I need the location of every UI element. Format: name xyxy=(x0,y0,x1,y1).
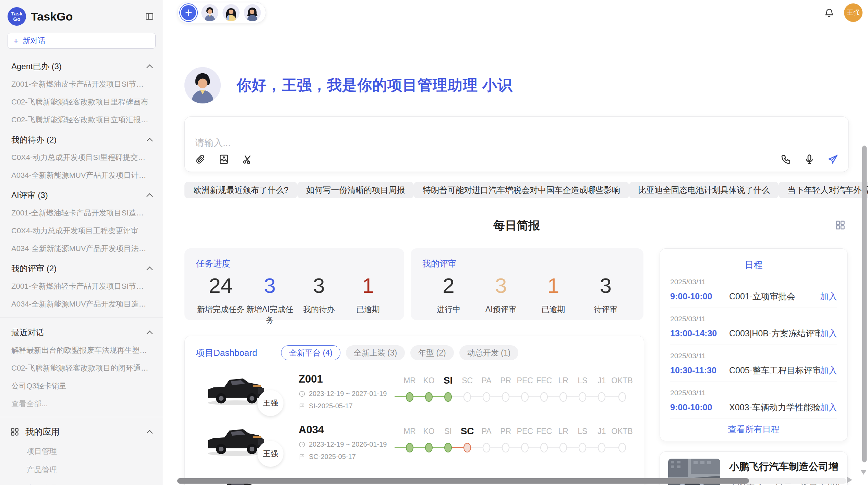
list-item[interactable]: A034-全新新能源MUV产品开发项目造型可行性评审 xyxy=(0,295,163,313)
list-item[interactable]: C02-飞腾新能源轻客改款项目立项汇报方案 xyxy=(0,111,163,129)
collapse-sidebar-icon[interactable] xyxy=(145,12,154,21)
milestone-node[interactable] xyxy=(579,443,586,452)
milestone-node[interactable] xyxy=(483,443,490,452)
divider xyxy=(0,417,163,417)
milestone-timeline: MR KO SI SC PA PR PEC FEC LR LS J1 OKTB xyxy=(400,420,633,462)
schedule-date: 2025/03/11 xyxy=(670,315,837,323)
dashboard-header: 项目Dashboard 全新平台 (4) 全新上装 (3) 年型 (2) 动总开… xyxy=(196,345,633,361)
project-dashboard-card: 项目Dashboard 全新平台 (4) 全新上装 (3) 年型 (2) 动总开… xyxy=(184,336,644,485)
tab-new-body[interactable]: 全新上装 (3) xyxy=(346,345,405,360)
project-flag: SI-2025-05-17 xyxy=(309,402,353,410)
user-avatar[interactable]: 王强 xyxy=(844,3,863,22)
send-icon[interactable] xyxy=(827,154,838,165)
milestone-node[interactable] xyxy=(406,392,413,402)
milestone-node[interactable] xyxy=(540,443,548,452)
suggestion-chip[interactable]: 比亚迪全固态电池计划具体说了什么 xyxy=(629,182,779,198)
project-row[interactable]: 王强 Z001 2023-12-19 ~ 2027-01-19 SI-2025-… xyxy=(196,369,633,411)
milestone-node[interactable] xyxy=(559,443,567,452)
suggestion-chip[interactable]: 如何写一份清晰的项目周报 xyxy=(297,182,414,198)
list-item[interactable]: C0X4-动力总成开发项目SI里程碑提交物检查 xyxy=(0,149,163,166)
list-item[interactable]: C02-飞腾新能源轻客改款项目里程碑画布 xyxy=(0,93,163,111)
tab-year-model[interactable]: 年型 (2) xyxy=(410,345,454,360)
suggestion-chip[interactable]: 特朗普可能对进口汽车增税会对中国车企造成哪些影响 xyxy=(414,182,629,198)
phone-icon[interactable] xyxy=(781,154,792,165)
scroll-right-arrow-icon[interactable] xyxy=(847,477,852,483)
avatar[interactable] xyxy=(244,4,261,21)
list-item[interactable]: 公司Q3轻卡销量 xyxy=(0,377,163,395)
milestone-node[interactable] xyxy=(579,392,586,402)
list-item[interactable]: Z001-全新燃油轻卡产品开发项目SI节点属性5D文件评审 xyxy=(0,277,163,295)
milestone-node[interactable] xyxy=(559,392,567,402)
list-item[interactable]: Z001-全新燃油轻卡产品开发项目SI造型提交物评审 xyxy=(0,204,163,222)
sidebar-item-my-apps[interactable]: 我的应用 xyxy=(0,421,163,442)
stat-value: 3 xyxy=(245,274,294,297)
horizontal-scrollbar-track[interactable] xyxy=(177,478,846,484)
bell-icon[interactable] xyxy=(824,8,834,18)
milestone-node[interactable] xyxy=(521,392,529,402)
stat-value: 24 xyxy=(196,274,245,297)
list-item[interactable]: A034-全新新能源MUV产品开发项目计划变更表编写 xyxy=(0,166,163,184)
list-item[interactable]: A034-全新新能源MUV产品开发项目法规符合性评审 xyxy=(0,240,163,258)
milestone-node[interactable] xyxy=(521,443,529,452)
milestone-node[interactable] xyxy=(444,392,452,402)
milestone-node[interactable] xyxy=(618,443,626,452)
milestone-node[interactable] xyxy=(425,392,433,402)
vertical-scrollbar-thumb[interactable] xyxy=(862,146,867,462)
milestone-node[interactable] xyxy=(598,392,605,402)
list-item[interactable]: 解释最新出台的欧盟报废车法规再生塑料比例被调至15%... xyxy=(0,341,163,359)
join-button[interactable]: 加入 xyxy=(820,291,837,302)
milestone-node[interactable] xyxy=(618,392,626,402)
milestone-node[interactable] xyxy=(598,443,605,452)
join-button[interactable]: 加入 xyxy=(820,402,837,413)
tab-all-new-platform[interactable]: 全新平台 (4) xyxy=(281,345,340,360)
section-header-recent-chats[interactable]: 最近对话 xyxy=(0,322,163,341)
task-progress-card: 任务进度 24 新增完成任务 3 新增AI完成任务 3 我的待办 xyxy=(184,248,404,320)
section-header-agent-done[interactable]: Agent已办 (3) xyxy=(0,55,163,75)
milestone-node[interactable] xyxy=(425,443,433,452)
list-item[interactable]: C0X4-动力总成开发项目工程变更评审 xyxy=(0,222,163,240)
new-chat-button[interactable]: + 新对话 xyxy=(8,33,156,49)
dashboard-title: 项目Dashboard xyxy=(196,347,257,359)
stat: 3 AI预评审 xyxy=(475,274,527,315)
view-all-schedule-link[interactable]: 查看所有日程 xyxy=(670,419,837,435)
suggestion-chip[interactable]: 欧洲新规最近颁布了什么? xyxy=(184,182,297,198)
greeting-title: 你好，王强，我是你的项目管理助理 小识 xyxy=(237,75,513,95)
avatar[interactable] xyxy=(201,4,218,21)
milestone-node[interactable] xyxy=(502,443,509,452)
sidebar-item-change-mgmt[interactable]: 变更管理 xyxy=(0,479,163,485)
avatar[interactable] xyxy=(222,4,240,21)
attachment-icon[interactable] xyxy=(195,154,206,165)
view-all-chats[interactable]: 查看全部... xyxy=(0,395,163,413)
sidebar-item-project-mgmt[interactable]: 项目管理 xyxy=(0,442,163,461)
milestone-node[interactable] xyxy=(540,392,548,402)
milestone-node[interactable] xyxy=(444,443,452,452)
add-member-button[interactable]: + xyxy=(180,4,197,21)
milestone-node[interactable] xyxy=(463,443,471,452)
microphone-icon[interactable] xyxy=(804,154,815,165)
tab-powertrain-dev[interactable]: 动总开发 (1) xyxy=(459,345,519,360)
project-code: A034 xyxy=(299,424,400,436)
horizontal-scrollbar-thumb[interactable] xyxy=(177,478,749,484)
milestone-node[interactable] xyxy=(406,443,413,452)
image-icon[interactable] xyxy=(218,154,229,165)
suggestion-chip[interactable]: 当下年轻人对汽车外观有怎样的喜好趋势 xyxy=(779,182,868,198)
section-header-my-todo[interactable]: 我的待办 (2) xyxy=(0,129,163,149)
layout-grid-icon[interactable] xyxy=(834,219,846,231)
sidebar-item-product-mgmt[interactable]: 产品管理 xyxy=(0,461,163,479)
join-button[interactable]: 加入 xyxy=(820,365,837,376)
join-button[interactable]: 加入 xyxy=(820,328,837,339)
milestone-node[interactable] xyxy=(483,392,490,402)
milestone-node[interactable] xyxy=(502,392,509,402)
scissors-icon[interactable] xyxy=(242,154,253,165)
project-row[interactable]: 王强 A034 2023-12-19 ~ 2026-01-19 SC-2025-… xyxy=(196,420,633,462)
stat: 1 已逾期 xyxy=(343,274,393,325)
section-header-my-review[interactable]: 我的评审 (2) xyxy=(0,258,163,277)
list-item[interactable]: Z001-全新燃油皮卡产品开发项目SI节点Lesson Learn报告 xyxy=(0,75,163,93)
chevron-up-icon xyxy=(146,64,153,71)
list-item[interactable]: C02-飞腾新能源轻客改款项目的闭环通告反馈情况 xyxy=(0,359,163,377)
schedule-name: C003|H0B-方案冻结评审 xyxy=(729,328,820,339)
milestone-node[interactable] xyxy=(463,392,471,402)
message-composer[interactable]: 请输入... xyxy=(184,116,849,172)
scroll-down-arrow-icon[interactable] xyxy=(861,470,866,475)
section-header-ai-review[interactable]: AI评审 (3) xyxy=(0,184,163,204)
